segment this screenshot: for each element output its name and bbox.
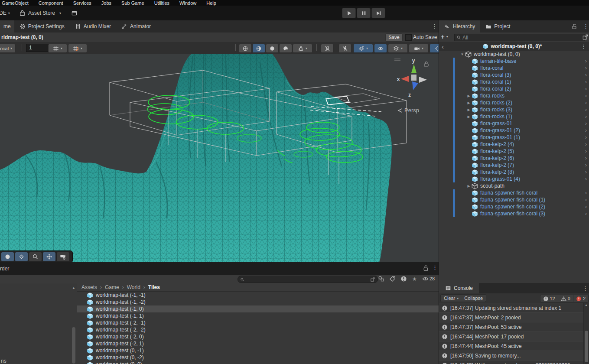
project-search-field[interactable] <box>238 276 378 283</box>
file-row[interactable]: worldmap-test (0, -1) <box>77 347 439 354</box>
hierarchy-row[interactable]: scout-path <box>439 182 589 189</box>
prefab-open-arrow-icon[interactable] <box>585 134 587 141</box>
prefab-open-arrow-icon[interactable] <box>585 65 587 72</box>
prefab-open-arrow-icon[interactable] <box>585 78 587 85</box>
scene-viewport[interactable]: y x z Persp <box>0 54 439 262</box>
console-scrollbar[interactable]: ▲ <box>583 303 589 364</box>
hierarchy-row[interactable]: flora-kelp-2 (8) <box>439 169 589 176</box>
menu-item[interactable]: Component <box>39 0 63 6</box>
project-folder-pane[interactable]: ns <box>0 283 78 364</box>
hierarchy-row[interactable]: fauna-spawner-fish-coral (1) <box>439 196 589 203</box>
hierarchy-row[interactable]: flora-grass-01 (4) <box>439 176 589 182</box>
camera-preview-button[interactable] <box>57 252 69 261</box>
hierarchy-row[interactable]: flora-rocks (1) <box>439 113 589 120</box>
auto-save-checkbox[interactable] <box>405 34 412 41</box>
save-button[interactable]: Save <box>385 33 403 42</box>
project-pane-menu-icon[interactable] <box>432 264 438 271</box>
tab-animator[interactable]: Animator <box>116 20 156 32</box>
breadcrumb-item[interactable]: Tiles <box>148 284 160 290</box>
audio-mute-button[interactable] <box>321 44 334 53</box>
breadcrumb-item[interactable]: World <box>127 284 148 290</box>
layers-dropdown[interactable] <box>388 44 408 53</box>
draw-mode-button[interactable] <box>1 252 14 261</box>
console-log-row[interactable]: [16:47:50] Saving to memory... <box>439 351 589 360</box>
prefab-open-arrow-icon[interactable] <box>585 85 587 92</box>
handle-rotation-dropdown[interactable]: ocal <box>0 44 16 53</box>
hierarchy-row[interactable]: flora-grass-01 <box>439 120 589 127</box>
hierarchy-row[interactable]: flora-rocks <box>439 92 589 99</box>
camera-dropdown[interactable] <box>409 44 429 53</box>
file-row[interactable]: worldmap-test (0, -2) <box>77 354 439 361</box>
prefab-open-arrow-icon[interactable] <box>585 113 587 120</box>
prefab-open-arrow-icon[interactable] <box>585 141 587 148</box>
menu-item[interactable]: Window <box>179 0 196 6</box>
expander-icon[interactable] <box>466 115 472 119</box>
tab-project-settings[interactable]: Project Settings <box>14 20 70 32</box>
menu-item[interactable]: GameObject <box>2 0 29 6</box>
visibility-toggle-button[interactable] <box>374 44 387 53</box>
lock-open-icon[interactable] <box>571 23 577 29</box>
hierarchy-row[interactable]: flora-coral (2) <box>439 85 589 92</box>
step-button[interactable] <box>371 8 385 18</box>
tab-audio-mixer[interactable]: Audio Mixer <box>70 20 116 32</box>
hierarchy-row[interactable]: worldmap-test (0, 0) <box>439 51 589 58</box>
hierarchy-row[interactable]: flora-kelp-2 (7) <box>439 162 589 169</box>
pick-window-icon[interactable] <box>370 277 375 282</box>
file-row[interactable]: worldmap-test (-2, 1) <box>77 340 439 347</box>
search-importance-icon[interactable] <box>400 276 407 282</box>
file-row[interactable]: worldmap-test (-2, -1) <box>77 319 439 326</box>
file-row[interactable]: worldmap-test (-1, 0) <box>77 306 439 312</box>
hierarchy-row[interactable]: fauna-spawner-fish-coral (3) <box>439 210 589 217</box>
console-scrollbar-thumb[interactable] <box>585 331 588 362</box>
info-filter-button[interactable]: 12 <box>540 295 558 302</box>
layout-dropdown[interactable]: DE <box>0 8 12 18</box>
hierarchy-row[interactable]: flora-coral (1) <box>439 78 589 85</box>
hierarchy-row[interactable]: flora-rocks (2) <box>439 99 589 106</box>
prefab-open-arrow-icon[interactable] <box>585 99 587 106</box>
project-search-input[interactable] <box>246 276 368 283</box>
prefab-open-arrow-icon[interactable] <box>585 189 587 196</box>
play-button[interactable] <box>342 8 356 18</box>
menu-item[interactable]: Jobs <box>101 0 111 6</box>
grid-visibility-dropdown[interactable] <box>48 44 67 53</box>
expander-icon[interactable] <box>466 108 472 112</box>
favorites-star-icon[interactable] <box>412 276 417 282</box>
prefab-open-arrow-icon[interactable] <box>585 203 587 210</box>
prefab-open-arrow-icon[interactable] <box>585 176 587 182</box>
scene-pane-menu-icon[interactable] <box>432 23 437 29</box>
tab-console[interactable]: Console <box>439 283 479 293</box>
console-log-row[interactable]: [16:47:44] MeshPool: 45 active <box>439 341 589 351</box>
menu-item[interactable]: Utilities <box>154 0 169 6</box>
hierarchy-row[interactable]: fauna-spawner-fish-coral (2) <box>439 203 589 210</box>
file-row[interactable]: worldmap-test (-1, 1) <box>77 312 439 319</box>
bottom-panel-tab[interactable]: rder <box>0 266 9 272</box>
hierarchy-row[interactable]: flora-grass-01 (1) <box>439 134 589 141</box>
panel-divider[interactable] <box>439 20 439 364</box>
move-tool-button[interactable] <box>43 252 55 261</box>
hierarchy-search-input[interactable]: All <box>454 34 585 41</box>
menu-item[interactable]: Services <box>73 0 91 6</box>
fx-mute-button[interactable] <box>338 44 351 53</box>
prefab-open-arrow-icon[interactable] <box>585 58 587 65</box>
prefab-open-arrow-icon[interactable] <box>585 155 587 162</box>
grid-snap-dropdown[interactable] <box>68 44 87 53</box>
breadcrumb-item[interactable]: Game <box>105 284 127 290</box>
add-object-button[interactable] <box>441 33 448 40</box>
pick-window-icon[interactable] <box>582 34 589 40</box>
hierarchy-row[interactable]: flora-coral <box>439 65 589 72</box>
tab-project[interactable]: Project <box>480 20 515 32</box>
prefab-open-arrow-icon[interactable] <box>585 92 587 99</box>
tab-game[interactable]: me <box>0 20 14 32</box>
console-log-row[interactable]: [16:48:05] Writing save to sub-game-2708… <box>439 360 589 364</box>
folder-pane-scrollbar[interactable] <box>72 327 75 364</box>
menu-item[interactable]: Sub Game <box>121 0 144 6</box>
prefab-menu-icon[interactable] <box>581 43 586 50</box>
prefab-open-arrow-icon[interactable] <box>585 196 587 203</box>
console-pane-menu-icon[interactable] <box>582 285 588 292</box>
collab-tray-button[interactable] <box>69 8 79 18</box>
scene-visibility-dropdown[interactable] <box>353 44 373 53</box>
collapse-arrow-icon[interactable] <box>72 284 75 290</box>
expander-icon[interactable] <box>466 184 472 188</box>
search-by-type-icon[interactable] <box>378 276 384 282</box>
file-row[interactable]: worldmap-test (-1, -1) <box>77 292 439 299</box>
